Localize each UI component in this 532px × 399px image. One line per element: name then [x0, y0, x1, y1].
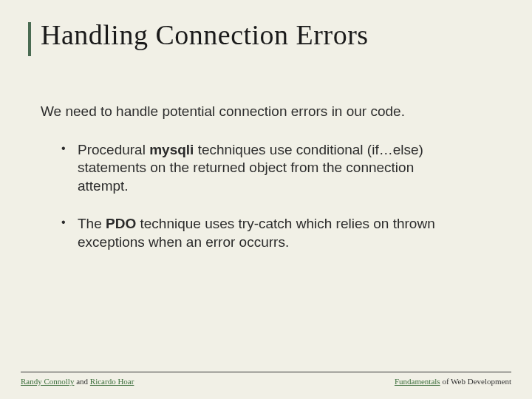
accent-bar — [28, 22, 31, 56]
footer-row: Randy Connolly and Ricardo Hoar Fundamen… — [21, 377, 511, 386]
author-joiner: and — [74, 377, 89, 386]
footer-divider — [21, 372, 511, 372]
book-title-strong: Fundamentals — [395, 377, 440, 386]
author-2: Ricardo Hoar — [90, 377, 134, 386]
bullet-list: Procedural mysqli techniques use conditi… — [41, 141, 454, 251]
author-1: Randy Connolly — [21, 377, 74, 386]
bullet-strong: mysqli — [149, 142, 194, 157]
book-title-rest: of Web Development — [440, 377, 511, 386]
bullet-pre: Procedural — [78, 142, 149, 157]
footer-authors: Randy Connolly and Ricardo Hoar — [21, 377, 134, 386]
bullet-item: The PDO technique uses try-catch which r… — [61, 215, 454, 251]
footer-book: Fundamentals of Web Development — [395, 377, 511, 386]
slide-title: Handling Connection Errors — [41, 18, 491, 51]
bullet-strong: PDO — [106, 216, 136, 231]
footer: Randy Connolly and Ricardo Hoar Fundamen… — [21, 372, 511, 386]
bullet-item: Procedural mysqli techniques use conditi… — [61, 141, 454, 196]
intro-text: We need to handle potential connection e… — [41, 103, 432, 120]
bullet-pre: The — [78, 216, 106, 231]
